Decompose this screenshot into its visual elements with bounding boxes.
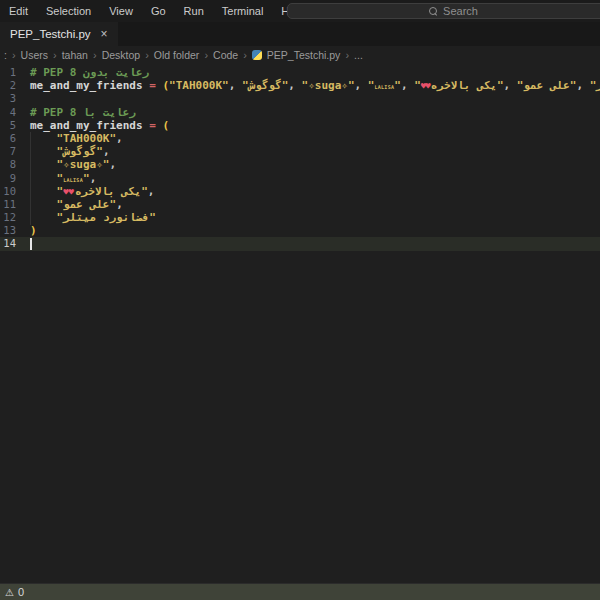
breadcrumb: :›Users›tahan›Desktop›Old folder›Code›PE…	[0, 46, 600, 64]
code-editor[interactable]: 1# PEP 8 ⁨بدون⁩ ⁨رعایت⁩2me_and_my_friend…	[0, 64, 600, 583]
token-p: ,	[116, 198, 123, 211]
chevron-right-icon: ›	[243, 49, 247, 61]
menu-item-run[interactable]: Run	[175, 0, 213, 22]
token-s: "TAH000K"	[169, 79, 229, 92]
line-number: 9	[0, 172, 16, 185]
code-text: # PEP 8 ⁨با⁩ ⁨رعایت⁩	[30, 106, 136, 119]
token-s: "	[394, 79, 401, 92]
code-text: me_and_my_friends = (	[30, 119, 169, 132]
code-text: # PEP 8 ⁨بدون⁩ ⁨رعایت⁩	[30, 66, 149, 79]
search-icon	[429, 7, 438, 16]
code-text: "TAH000K",	[30, 132, 123, 145]
warning-count: 0	[18, 586, 24, 598]
python-file-icon	[252, 50, 262, 60]
close-icon[interactable]: ×	[101, 28, 108, 40]
code-line-9[interactable]: 9 "lalisa",	[0, 172, 600, 185]
token-s: "⁨گوگوش⁩"	[242, 79, 288, 92]
token-s: "	[414, 79, 421, 92]
code-line-14[interactable]: 14	[0, 237, 600, 250]
breadcrumb-item[interactable]: Code	[212, 49, 239, 61]
token-p: ,	[504, 79, 517, 92]
token-p	[30, 172, 57, 185]
token-s: ⁨بالاخره⁩ ⁨یکی⁩"	[431, 79, 504, 92]
menu-item-view[interactable]: View	[100, 0, 142, 22]
breadcrumb-item[interactable]: ...	[353, 49, 364, 61]
code-line-10[interactable]: 10 "♥♥⁨بالاخره⁩ ⁨یکی⁩",	[0, 185, 600, 198]
menu-item-go[interactable]: Go	[142, 0, 175, 22]
search-input[interactable]: Search	[287, 3, 600, 19]
token-p: ,	[576, 79, 589, 92]
token-s: "✧suga✧"	[57, 158, 110, 171]
code-text: "⁨عمو⁩ ⁨علی⁩",	[30, 198, 123, 211]
heart-icon: ♥♥	[63, 187, 74, 197]
menu-item-selection[interactable]: Selection	[37, 0, 100, 22]
code-line-1[interactable]: 1# PEP 8 ⁨بدون⁩ ⁨رعایت⁩	[0, 66, 600, 79]
token-ssc: lalisa	[63, 175, 83, 184]
token-p	[30, 185, 57, 198]
token-p: ,	[109, 158, 116, 171]
code-text: "lalisa",	[30, 172, 96, 185]
breadcrumb-item[interactable]: Old folder	[153, 49, 201, 61]
code-line-7[interactable]: 7 "⁨گوگوش⁩",	[0, 145, 600, 158]
line-number: 2	[0, 79, 16, 92]
tab-bar: PEP_Testchi.py ×	[0, 22, 600, 46]
token-o: =	[149, 79, 156, 92]
code-text: )	[30, 224, 37, 237]
token-p: ,	[90, 172, 97, 185]
token-p: ,	[355, 79, 368, 92]
warning-icon: ⚠	[5, 587, 14, 598]
code-line-12[interactable]: 12 "⁨میتلر⁩ ⁨فضانورد⁩"	[0, 211, 600, 224]
code-text: "⁨میتلر⁩ ⁨فضانورد⁩"	[30, 211, 156, 224]
code-line-13[interactable]: 13)	[0, 224, 600, 237]
code-text: "♥♥⁨بالاخره⁩ ⁨یکی⁩",	[30, 185, 154, 198]
token-s: "⁨عمو⁩ ⁨علی⁩"	[57, 198, 117, 211]
token-p: ,	[401, 79, 414, 92]
token-p	[30, 158, 57, 171]
tab-pep-testchi[interactable]: PEP_Testchi.py ×	[0, 22, 118, 46]
code-line-6[interactable]: 6 "TAH000K",	[0, 132, 600, 145]
token-p	[30, 198, 57, 211]
token-ssc: lalisa	[374, 82, 394, 91]
line-number: 8	[0, 158, 16, 171]
token-p: ,	[148, 185, 155, 198]
chevron-right-icon: ›	[53, 49, 57, 61]
token-s: "⁨میتلر⁩ ⁨فضانورد⁩"	[57, 211, 156, 224]
token-v: me_and_my_friends	[30, 119, 143, 132]
chevron-right-icon: ›	[345, 49, 349, 61]
line-number: 10	[0, 185, 16, 198]
token-v: me_and_my_friends	[30, 79, 143, 92]
code-line-4[interactable]: 4# PEP 8 ⁨با⁩ ⁨رعایت⁩	[0, 106, 600, 119]
code-text: "✧suga✧",	[30, 158, 116, 171]
token-o: =	[149, 119, 156, 132]
line-number: 11	[0, 198, 16, 211]
token-s: "TAH000K"	[57, 132, 117, 145]
breadcrumb-item[interactable]: Users	[20, 49, 49, 61]
code-line-5[interactable]: 5me_and_my_friends = (	[0, 119, 600, 132]
token-b: (	[162, 119, 169, 132]
breadcrumb-item[interactable]: tahan	[61, 49, 89, 61]
code-line-2[interactable]: 2me_and_my_friends = ("TAH000K", "⁨گوگوش…	[0, 79, 600, 92]
breadcrumb-item[interactable]: :	[3, 49, 8, 61]
breadcrumb-item[interactable]: PEP_Testchi.py	[266, 49, 342, 61]
line-number: 12	[0, 211, 16, 224]
token-s: "⁨عمو⁩ ⁨علی⁩"	[517, 79, 577, 92]
code-line-3[interactable]: 3	[0, 92, 600, 105]
token-cm: # PEP 8 ⁨بدون⁩ ⁨رعایت⁩	[30, 66, 149, 79]
token-cm: # PEP 8 ⁨با⁩ ⁨رعایت⁩	[30, 106, 136, 119]
token-p: ,	[288, 79, 301, 92]
code-line-8[interactable]: 8 "✧suga✧",	[0, 158, 600, 171]
heart-icon: ♥♥	[421, 81, 430, 91]
line-number: 14	[0, 237, 16, 250]
chevron-right-icon: ›	[93, 49, 97, 61]
menu-item-edit[interactable]: Edit	[0, 0, 37, 22]
token-s: "	[83, 172, 90, 185]
token-p	[30, 145, 57, 158]
breadcrumb-item[interactable]: Desktop	[101, 49, 142, 61]
chevron-right-icon: ›	[12, 49, 16, 61]
line-number: 13	[0, 224, 16, 237]
code-line-11[interactable]: 11 "⁨عمو⁩ ⁨علی⁩",	[0, 198, 600, 211]
token-p	[30, 211, 57, 224]
problems-indicator[interactable]: ⚠ 0	[5, 586, 24, 598]
menu-item-terminal[interactable]: Terminal	[213, 0, 273, 22]
line-number: 5	[0, 119, 16, 132]
